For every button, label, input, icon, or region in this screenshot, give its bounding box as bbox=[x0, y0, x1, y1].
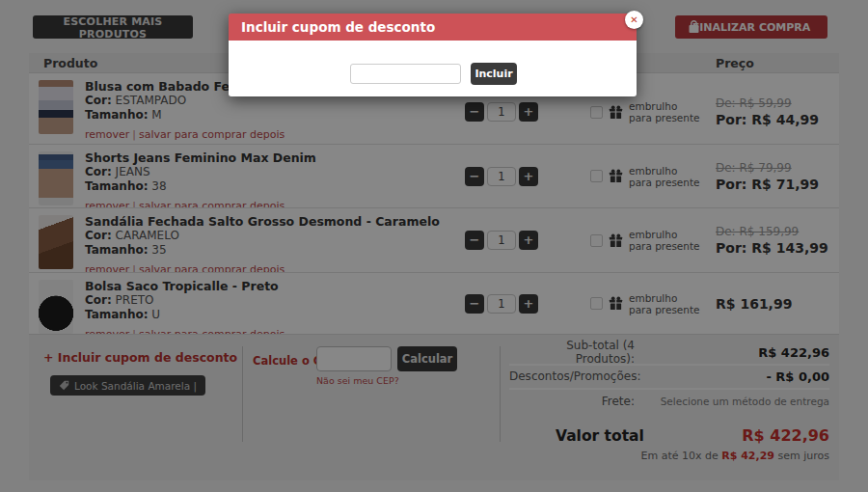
coupon-modal: Incluir cupom de desconto Incluir ✕ bbox=[229, 14, 637, 96]
modal-header: Incluir cupom de desconto bbox=[229, 14, 637, 41]
close-icon[interactable]: ✕ bbox=[625, 11, 643, 29]
cart-page: ESCOLHER MAIS PRODUTOS FINALIZAR COMPRA … bbox=[0, 0, 868, 492]
apply-coupon-button[interactable]: Incluir bbox=[471, 63, 517, 85]
coupon-code-input[interactable] bbox=[350, 64, 461, 84]
modal-title: Incluir cupom de desconto bbox=[241, 19, 435, 35]
